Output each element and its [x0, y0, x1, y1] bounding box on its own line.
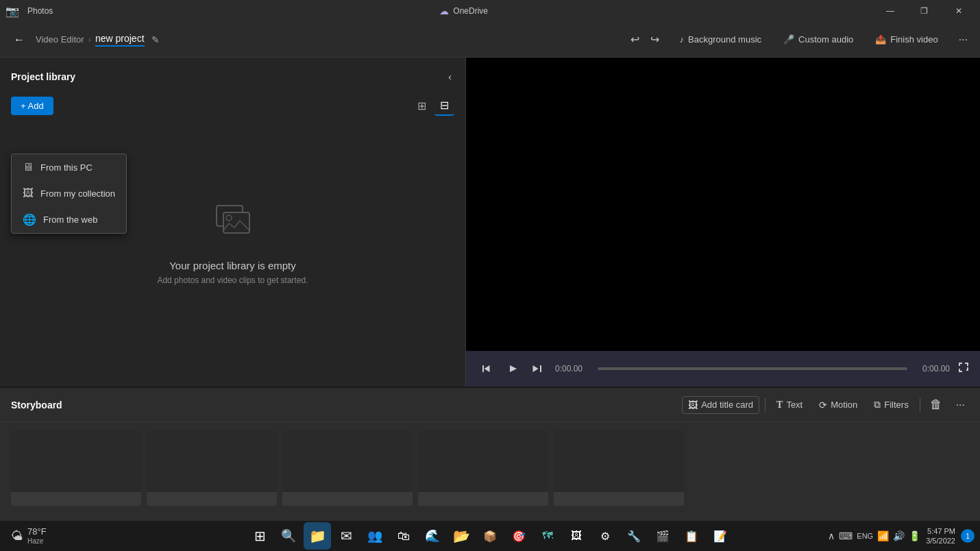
taskbar-center: ⊞ 🔍 📁 ✉ 👥 🛍 🌊 📂 📦 🎯 🗺 🖼 ⚙ 🔧 🎬 📋 📝	[246, 522, 734, 550]
from-collection-label: From my collection	[40, 188, 115, 199]
maximize-button[interactable]: ❐	[909, 0, 940, 22]
dropdown-from-pc[interactable]: 🖥 From this PC	[12, 154, 126, 180]
taskbar-app-teams[interactable]: 👥	[361, 522, 389, 550]
taskbar-app-maps[interactable]: 🗺	[534, 522, 561, 550]
video-progress-bar[interactable]	[598, 367, 907, 370]
toolbar-more-button[interactable]: ···	[955, 31, 972, 49]
undo-redo-group: ↩ ↪	[626, 30, 663, 49]
taskbar-app-vlc[interactable]: 🎬	[649, 522, 676, 550]
clip-slot-5-thumbnail	[554, 430, 684, 492]
clip-slot-1[interactable]	[11, 430, 141, 506]
taskbar-app-settings[interactable]: ⚙	[591, 522, 619, 550]
empty-library-subtitle: Add photos and video clips to get starte…	[157, 276, 308, 285]
dropdown-from-collection[interactable]: 🖼 From my collection	[12, 180, 126, 206]
search-button[interactable]: 🔍	[275, 522, 302, 550]
fullscreen-button[interactable]	[958, 362, 969, 376]
onedrive-icon: ☁	[439, 5, 449, 16]
view-toggle: ⊞ ⊟	[412, 96, 454, 116]
clip-slot-1-thumbnail	[11, 430, 141, 492]
weather-info: 78°F Haze	[27, 526, 47, 546]
clock-date: 3/5/2022	[926, 536, 955, 546]
from-web-icon: 🌐	[23, 213, 36, 226]
weather-widget[interactable]: 🌤 78°F Haze	[5, 524, 52, 548]
title-bar-left: 📷 Photos	[5, 5, 53, 18]
system-clock[interactable]: 5:47 PM 3/5/2022	[926, 526, 955, 546]
storyboard-clips	[0, 422, 980, 528]
from-pc-label: From this PC	[40, 162, 93, 173]
notification-badge[interactable]: 1	[961, 529, 975, 543]
storyboard-more-button[interactable]: ···	[952, 396, 969, 414]
clip-slot-2-thumbnail	[147, 430, 277, 492]
clip-slot-3-thumbnail	[282, 430, 413, 492]
from-web-label: From the web	[43, 215, 97, 225]
tray-chevron[interactable]: ∧	[828, 530, 835, 541]
tray-battery[interactable]: 🔋	[909, 530, 920, 541]
text-button[interactable]: T Text	[771, 397, 808, 413]
finish-icon: 📤	[875, 34, 886, 45]
tray-lang[interactable]: ENG	[857, 532, 873, 540]
breadcrumb: Video Editor › new project ✎	[36, 33, 160, 47]
add-title-card-button[interactable]: 🖼 Add title card	[682, 396, 759, 414]
collapse-library-button[interactable]: ‹	[445, 69, 454, 85]
taskbar-app-explorer[interactable]: 📂	[448, 522, 475, 550]
clip-slot-3[interactable]	[282, 430, 413, 506]
minimize-button[interactable]: —	[874, 0, 906, 22]
taskbar-app-files[interactable]: 📁	[304, 522, 331, 550]
clip-slot-4[interactable]	[418, 430, 548, 506]
storyboard-header: Storyboard 🖼 Add title card T Text ⟳ Mot…	[0, 388, 980, 422]
undo-button[interactable]: ↩	[626, 30, 644, 49]
onedrive-area: ☁ OneDrive	[439, 5, 488, 16]
tray-keyboard[interactable]: ⌨	[839, 530, 853, 541]
video-preview-area	[466, 58, 980, 351]
dropdown-from-web[interactable]: 🌐 From the web	[12, 206, 126, 233]
taskbar-app-word[interactable]: 📝	[707, 522, 734, 550]
custom-audio-button[interactable]: 🎤 Custom audio	[778, 32, 859, 47]
video-controls: 0:00.00 0:00.00	[466, 351, 980, 387]
step-forward-button[interactable]	[529, 360, 547, 378]
weather-condition: Haze	[27, 537, 47, 546]
tray-sound[interactable]: 🔊	[893, 530, 905, 541]
music-icon: ♪	[680, 34, 685, 45]
tray-wifi[interactable]: 📶	[877, 530, 889, 541]
taskbar-app-edge[interactable]: 🌊	[419, 522, 446, 550]
empty-library-title: Your project library is empty	[169, 260, 296, 271]
edit-project-name-icon[interactable]: ✎	[151, 34, 160, 45]
storyboard-title: Storyboard	[11, 400, 62, 411]
back-button[interactable]: ←	[8, 29, 30, 51]
motion-icon: ⟳	[819, 400, 827, 411]
title-bar-controls: — ❐ ✕	[874, 0, 975, 22]
taskbar-app-1[interactable]: 🎯	[505, 522, 532, 550]
background-music-button[interactable]: ♪ Background music	[674, 32, 767, 47]
close-button[interactable]: ✕	[943, 0, 975, 22]
view-large-button[interactable]: ⊞	[412, 96, 432, 116]
breadcrumb-parent[interactable]: Video Editor	[36, 34, 84, 45]
taskbar-app-store[interactable]: 🛍	[390, 522, 417, 550]
breadcrumb-separator: ›	[88, 34, 91, 45]
finish-video-button[interactable]: 📤 Finish video	[870, 32, 943, 47]
audio-icon: 🎤	[783, 34, 794, 45]
taskbar-app-dropbox[interactable]: 📦	[476, 522, 504, 550]
delete-clip-button[interactable]: 🗑	[926, 395, 946, 415]
add-title-icon: 🖼	[688, 400, 698, 411]
clock-time: 5:47 PM	[927, 526, 955, 536]
taskbar-app-tool[interactable]: 🔧	[620, 522, 648, 550]
project-name: new project	[95, 33, 145, 47]
play-button[interactable]	[503, 360, 521, 378]
view-small-button[interactable]: ⊟	[434, 96, 454, 116]
clip-slot-5[interactable]	[554, 430, 684, 506]
taskbar-app-clip[interactable]: 📋	[678, 522, 705, 550]
taskbar-app-photos[interactable]: 🖼	[563, 522, 590, 550]
start-button[interactable]: ⊞	[246, 522, 273, 550]
project-library-title: Project library	[11, 71, 75, 82]
filters-button[interactable]: ⧉ Filters	[868, 396, 914, 413]
motion-button[interactable]: ⟳ Motion	[813, 397, 863, 413]
title-bar: 📷 Photos ☁ OneDrive — ❐ ✕	[0, 0, 980, 22]
redo-button[interactable]: ↪	[646, 30, 663, 49]
add-media-button[interactable]: + Add	[11, 97, 53, 115]
project-library-header: Project library ‹	[0, 58, 465, 90]
from-pc-icon: 🖥	[23, 161, 34, 173]
clip-slot-2[interactable]	[147, 430, 277, 506]
step-back-button[interactable]	[477, 360, 495, 378]
weather-icon: 🌤	[11, 529, 23, 543]
taskbar-app-mail[interactable]: ✉	[332, 522, 360, 550]
